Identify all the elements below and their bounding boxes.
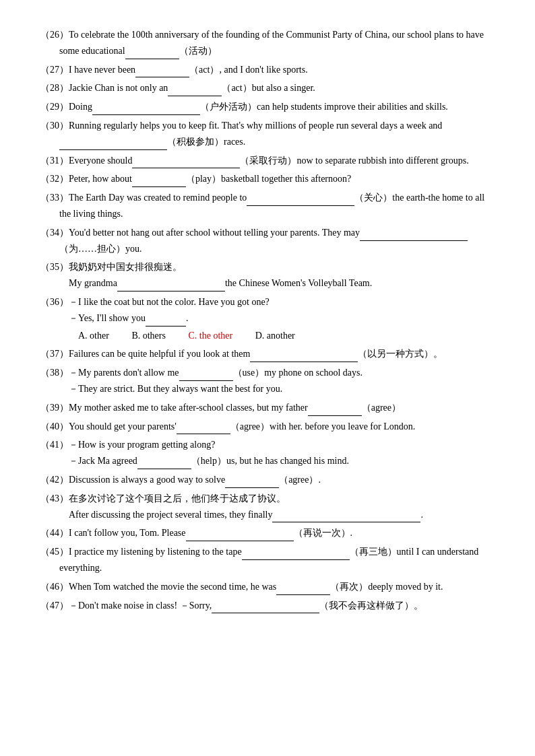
- q27-blank[interactable]: [135, 67, 189, 77]
- q40-num: （40）You should get your parents'（agree）w…: [40, 421, 415, 432]
- question-33: （33）The Earth Day was created to remind …: [40, 190, 495, 222]
- q26-num: （26）To celebrate the 100th anniversary o…: [40, 30, 484, 56]
- q35-subtext: My grandmathe Chinese Women's Volleyball…: [40, 275, 372, 291]
- question-36: （36）－I like the coat but not the color. …: [40, 294, 495, 343]
- question-30: （30）Running regularly helps you to keep …: [40, 118, 495, 150]
- q36-num: （36）－I like the coat but not the color. …: [40, 297, 270, 307]
- question-41: （41）－How is your program getting along? …: [40, 437, 495, 469]
- q37-hint: （以另一种方式）: [358, 349, 433, 359]
- q31-num: （31）Everyone should（采取行动）now to separate…: [40, 156, 469, 166]
- q30-num: （30）Running regularly helps you to keep …: [40, 121, 442, 147]
- q39-blank[interactable]: [308, 405, 362, 416]
- q46-hint: （再次）: [330, 582, 368, 592]
- question-26: （26）To celebrate the 100th anniversary o…: [40, 27, 495, 59]
- q36-subtext: －Yes, I'll show you.: [40, 310, 188, 327]
- question-35: （35）我奶奶对中国女排很痴迷。 My grandmathe Chinese W…: [40, 259, 495, 291]
- question-38: （38）－My parents don't allow me（use）my ph…: [40, 365, 495, 397]
- question-27: （27）I have never been（act）, and I don't …: [40, 62, 495, 78]
- q38-blank[interactable]: [179, 370, 233, 381]
- q45-hint: （再三地）: [350, 547, 397, 557]
- question-43: （43）在多次讨论了这个项目之后，他们终于达成了协议。 After discus…: [40, 491, 495, 523]
- q37-blank[interactable]: [250, 351, 358, 362]
- q44-num: （44）I can't follow you, Tom. Please（再说一次…: [40, 528, 352, 538]
- q36-option-a: A. other: [78, 328, 109, 344]
- question-40: （40）You should get your parents'（agree）w…: [40, 419, 495, 435]
- q36-option-d: D. another: [255, 328, 295, 344]
- q33-num: （33）The Earth Day was created to remind …: [40, 193, 484, 219]
- q34-hint: （为……担心）: [59, 244, 125, 254]
- q45-blank[interactable]: [242, 549, 350, 560]
- q47-blank[interactable]: [212, 603, 319, 613]
- q36-blank[interactable]: [146, 316, 186, 327]
- q35-num: （35）我奶奶对中国女排很痴迷。: [40, 262, 182, 272]
- q44-hint: （再说一次）: [294, 528, 350, 538]
- q45-num: （45）I practice my listening by listening…: [40, 547, 478, 573]
- q27-num: （27）I have never been（act）, and I don't …: [40, 65, 308, 75]
- q47-num: （47）－Don't make noise in class! －Sorry,（…: [40, 600, 423, 611]
- q36-option-c: C. the other: [188, 328, 232, 344]
- q32-blank[interactable]: [132, 176, 186, 187]
- question-44: （44）I can't follow you, Tom. Please（再说一次…: [40, 525, 495, 541]
- q47-hint: （我不会再这样做了）: [319, 600, 414, 611]
- q26-hint: （活动）: [179, 46, 217, 56]
- q36-option-b: B. others: [131, 328, 166, 344]
- q46-blank[interactable]: [276, 584, 330, 595]
- question-45: （45）I practice my listening by listening…: [40, 544, 495, 576]
- question-39: （39）My mother asked me to take after-sch…: [40, 400, 495, 416]
- q33-blank[interactable]: [247, 195, 354, 206]
- q38-subtext: －They are strict. But they always want t…: [40, 381, 282, 397]
- q46-num: （46）When Tom watched the movie the secon…: [40, 582, 443, 592]
- q41-subtext: －Jack Ma agreed（help）us, but he has chan…: [40, 453, 349, 469]
- question-37: （37）Failures can be quite helpful if you…: [40, 346, 495, 362]
- q32-num: （32）Peter, how about（play）basketball tog…: [40, 174, 351, 184]
- q31-blank[interactable]: [132, 158, 240, 168]
- q36-options: A. other B. others C. the other D. anoth…: [40, 328, 495, 344]
- q38-num: （38）－My parents don't allow me（use）my ph…: [40, 368, 363, 378]
- main-content: （26）To celebrate the 100th anniversary o…: [40, 27, 495, 613]
- q35-blank[interactable]: [117, 281, 225, 291]
- q34-blank[interactable]: [360, 230, 468, 241]
- q29-blank[interactable]: [92, 104, 200, 115]
- q31-hint: （采取行动）: [240, 156, 296, 166]
- q41-num: （41）－How is your program getting along?: [40, 440, 215, 450]
- q28-num: （28）Jackie Chan is not only an（act）but a…: [40, 83, 315, 93]
- q40-blank[interactable]: [177, 423, 230, 434]
- question-47: （47）－Don't make noise in class! －Sorry,（…: [40, 598, 495, 614]
- q26-blank[interactable]: [125, 48, 179, 59]
- q29-num: （29）Doing（户外活动）can help students improve…: [40, 102, 448, 112]
- question-29: （29）Doing（户外活动）can help students improve…: [40, 99, 495, 115]
- q43-num: （43）在多次讨论了这个项目之后，他们终于达成了协议。: [40, 493, 286, 504]
- question-46: （46）When Tom watched the movie the secon…: [40, 579, 495, 595]
- question-28: （28）Jackie Chan is not only an（act）but a…: [40, 80, 495, 96]
- q37-num: （37）Failures can be quite helpful if you…: [40, 349, 443, 359]
- question-31: （31）Everyone should（采取行动）now to separate…: [40, 153, 495, 169]
- q42-blank[interactable]: [225, 477, 279, 488]
- q30-hint: （积极参加）: [167, 137, 224, 147]
- question-34: （34）You'd better not hang out after scho…: [40, 225, 495, 257]
- question-32: （32）Peter, how about（play）basketball tog…: [40, 171, 495, 187]
- q43-blank[interactable]: [272, 512, 420, 522]
- q42-num: （42）Discussion is always a good way to s…: [40, 475, 321, 485]
- question-42: （42）Discussion is always a good way to s…: [40, 472, 495, 488]
- q41-blank[interactable]: [137, 458, 191, 469]
- q30-blank[interactable]: [59, 139, 167, 150]
- q39-num: （39）My mother asked me to take after-sch…: [40, 403, 401, 413]
- q43-subtext: After discussing the project several tim…: [40, 507, 423, 523]
- q29-hint: （户外活动）: [200, 102, 257, 112]
- q44-blank[interactable]: [186, 530, 294, 541]
- q34-num: （34）You'd better not hang out after scho…: [40, 228, 468, 254]
- q28-blank[interactable]: [168, 85, 222, 96]
- q33-hint: （关心）: [354, 193, 392, 203]
